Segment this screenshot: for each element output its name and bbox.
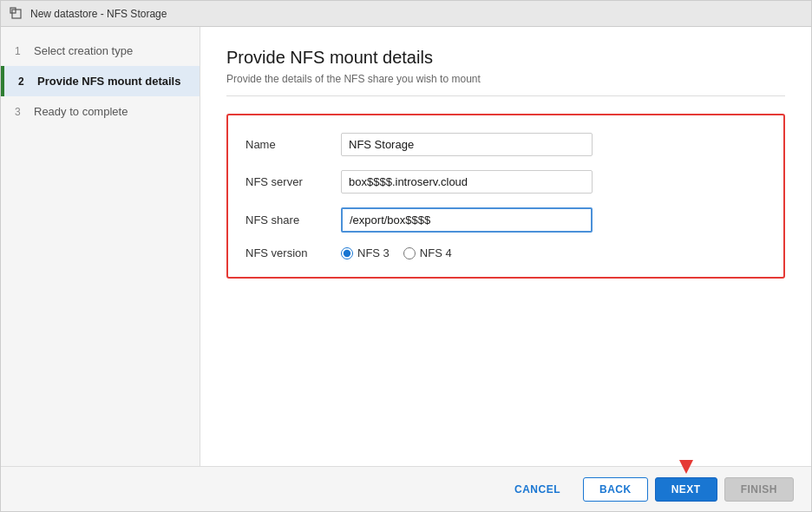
nfs4-radio[interactable] bbox=[403, 247, 416, 259]
main-content: Provide NFS mount details Provide the de… bbox=[200, 27, 811, 466]
svg-marker-2 bbox=[679, 460, 693, 474]
nfs-share-label: NFS share bbox=[246, 213, 341, 226]
nfs4-label: NFS 4 bbox=[420, 246, 452, 259]
nfs3-radio[interactable] bbox=[341, 247, 353, 259]
step3-number: 3 bbox=[15, 106, 27, 118]
nfs-server-row: NFS server bbox=[246, 170, 766, 194]
nfs4-option[interactable]: NFS 4 bbox=[403, 246, 452, 259]
nfs3-label: NFS 3 bbox=[357, 246, 390, 259]
nfs-version-label: NFS version bbox=[246, 246, 341, 259]
page-title: Provide NFS mount details bbox=[226, 48, 785, 68]
name-row: Name bbox=[246, 133, 766, 156]
step2-number: 2 bbox=[18, 75, 30, 88]
nfs-server-label: NFS server bbox=[246, 175, 341, 188]
title-bar: New datastore - NFS Storage bbox=[1, 1, 811, 27]
window: New datastore - NFS Storage 1 Select cre… bbox=[0, 0, 812, 512]
sidebar-item-label-step1: Select creation type bbox=[34, 44, 133, 57]
back-button[interactable]: BACK bbox=[583, 477, 648, 502]
form-container: Name NFS server NFS share NFS version bbox=[226, 114, 785, 279]
step1-number: 1 bbox=[15, 45, 27, 57]
sidebar-item-label-step3: Ready to complete bbox=[34, 105, 128, 118]
window-icon bbox=[10, 7, 23, 21]
next-arrow-indicator bbox=[677, 453, 696, 474]
nfs3-option[interactable]: NFS 3 bbox=[341, 246, 390, 259]
sidebar-item-label-step2: Provide NFS mount details bbox=[37, 75, 180, 88]
name-input[interactable] bbox=[341, 133, 593, 156]
sidebar-item-step1[interactable]: 1 Select creation type bbox=[1, 36, 200, 66]
svg-rect-0 bbox=[10, 8, 16, 13]
window-title: New datastore - NFS Storage bbox=[30, 8, 167, 20]
next-button-wrapper: NEXT bbox=[655, 477, 717, 502]
nfs-share-row: NFS share bbox=[246, 207, 766, 233]
next-button[interactable]: NEXT bbox=[655, 477, 717, 502]
name-label: Name bbox=[246, 138, 341, 151]
cancel-button[interactable]: CANCEL bbox=[499, 478, 576, 501]
svg-rect-1 bbox=[12, 10, 21, 18]
sidebar: 1 Select creation type 2 Provide NFS mou… bbox=[1, 27, 200, 466]
nfs-share-input[interactable] bbox=[341, 207, 593, 233]
footer: CANCEL BACK NEXT FINISH bbox=[1, 466, 811, 511]
page-subtitle: Provide the details of the NFS share you… bbox=[226, 73, 785, 96]
sidebar-item-step3[interactable]: 3 Ready to complete bbox=[1, 96, 200, 127]
finish-button[interactable]: FINISH bbox=[724, 477, 794, 502]
nfs-version-row: NFS version NFS 3 NFS 4 bbox=[246, 246, 766, 259]
nfs-server-input[interactable] bbox=[341, 170, 593, 194]
content-area: 1 Select creation type 2 Provide NFS mou… bbox=[1, 27, 811, 466]
nfs-version-radio-group: NFS 3 NFS 4 bbox=[341, 246, 452, 259]
sidebar-item-step2[interactable]: 2 Provide NFS mount details bbox=[1, 66, 200, 96]
